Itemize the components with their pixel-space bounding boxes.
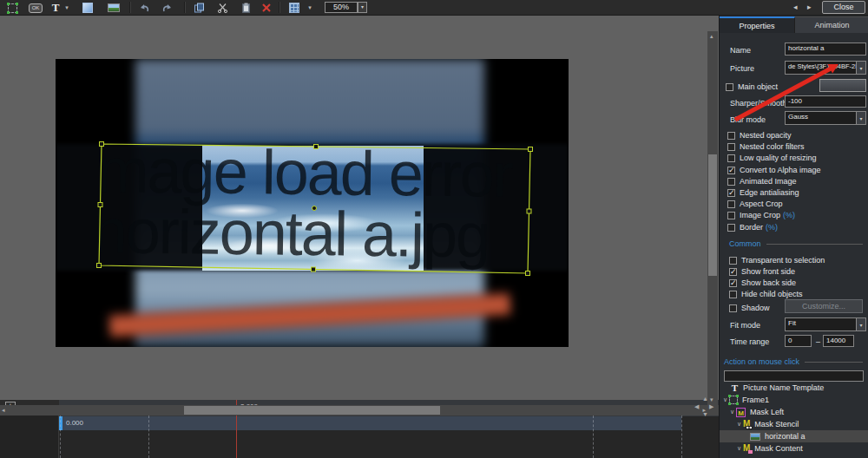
grid-button[interactable] xyxy=(287,2,301,14)
grid-dropdown[interactable]: ▾ xyxy=(306,2,314,14)
checkbox[interactable]: ✓ xyxy=(729,279,737,287)
properties-panel: Properties Animation Name horizontal a P… xyxy=(719,16,868,458)
sharper-input[interactable]: -100 xyxy=(785,95,866,108)
copy-button[interactable] xyxy=(191,2,207,14)
text-tool-dropdown[interactable]: ▾ xyxy=(62,2,71,14)
tree-item-horizontal-a[interactable]: horizontal a xyxy=(720,430,868,442)
redo-button[interactable] xyxy=(160,2,175,14)
checkbox[interactable] xyxy=(727,154,735,162)
main-object-aux-button[interactable] xyxy=(819,79,866,92)
blur-mode-label: Blur mode xyxy=(730,115,766,124)
frame-icon xyxy=(8,3,17,13)
tree-item-label: Mask Stencil xyxy=(754,420,799,429)
checkbox[interactable] xyxy=(729,257,737,265)
checkbox[interactable]: ✓ xyxy=(727,189,735,197)
checkbox-label: Transparent to selection xyxy=(741,256,825,265)
tree-item-label: horizontal a xyxy=(765,432,806,441)
selection-overlay[interactable] xyxy=(56,59,569,347)
paste-button[interactable] xyxy=(238,2,253,14)
tab-animation[interactable]: Animation xyxy=(795,16,868,33)
canvas-vertical-scrollbar[interactable]: ▴ ▾ xyxy=(707,31,718,405)
time-to-input[interactable]: 14000 xyxy=(823,335,854,347)
chevron-down-icon[interactable]: ∨ xyxy=(735,445,743,452)
tree-item-mask-stencil[interactable]: ∨ Mask Stencil xyxy=(720,418,868,430)
pan-up-icon[interactable]: ▲ xyxy=(702,396,708,402)
checkbox[interactable]: ✓ xyxy=(727,167,735,174)
undo-button[interactable] xyxy=(136,2,152,14)
common-row: Hide child objects xyxy=(729,289,803,299)
pan-right-icon[interactable]: ▶ xyxy=(709,403,713,409)
zoom-input[interactable]: 50% xyxy=(325,2,358,13)
tab-properties[interactable]: Properties xyxy=(720,16,795,33)
mask-content-icon xyxy=(743,444,750,453)
button-tool-button[interactable] xyxy=(27,2,44,14)
filter-row: Nested opacity xyxy=(727,130,792,141)
pan-down-icon[interactable]: ▼ xyxy=(702,411,708,417)
rectangle-tool-button[interactable] xyxy=(81,2,95,14)
timeline-track[interactable] xyxy=(59,416,681,430)
action-section-header: Action on mouse click xyxy=(724,357,863,366)
customize-button[interactable]: Customize... xyxy=(785,299,863,313)
time-range-label: Time range xyxy=(730,337,769,346)
tab-scroll-right-button[interactable]: ▸ xyxy=(807,3,812,11)
name-input[interactable]: horizontal a xyxy=(785,43,866,56)
shadow-checkbox[interactable] xyxy=(729,304,737,312)
canvas-area: image load error horizontal a.jpg ▴ ▾ ◂ xyxy=(0,16,719,400)
action-select[interactable] xyxy=(724,370,864,382)
chevron-down-icon[interactable]: ∨ xyxy=(735,421,743,428)
filter-row: Aspect Crop xyxy=(727,199,783,209)
pan-navigator[interactable]: ▲ ◀ ▶ ▼ xyxy=(694,396,717,418)
filter-row: Border(%) xyxy=(727,222,778,232)
blur-mode-dropdown-button[interactable]: ▾ xyxy=(856,112,865,124)
blur-mode-select[interactable]: Gauss xyxy=(785,111,866,125)
common-section-header: Common xyxy=(729,239,863,248)
redo-icon xyxy=(161,3,174,13)
delete-button[interactable] xyxy=(259,2,274,14)
fit-mode-select[interactable]: Fit xyxy=(785,317,866,331)
chevron-down-icon: ▾ xyxy=(308,4,312,11)
fit-mode-dropdown-button[interactable]: ▾ xyxy=(856,318,865,330)
app-window: T ▾ ▾ 50% ▾ ◂ ▸ Close xyxy=(0,0,868,458)
scroll-up-icon[interactable]: ▴ xyxy=(710,32,713,41)
tree-item-mask-left[interactable]: ∨ Mask Left xyxy=(720,406,868,418)
tree-item-label: Picture Name Template xyxy=(743,383,824,392)
checkbox-label: Image Crop xyxy=(740,211,780,219)
checkbox[interactable] xyxy=(727,132,735,140)
frame-tool-button[interactable] xyxy=(5,2,19,14)
checkbox[interactable] xyxy=(727,200,735,208)
checkbox-label: Edge antialiasing xyxy=(740,188,799,197)
add-image-button[interactable] xyxy=(106,2,122,14)
tab-scroll-left-button[interactable]: ◂ xyxy=(793,3,798,11)
scroll-left-icon[interactable]: ◂ xyxy=(2,406,5,415)
editor-stage[interactable]: image load error horizontal a.jpg xyxy=(56,59,569,347)
filter-row: Nested color filters xyxy=(727,141,805,152)
selection-handles[interactable] xyxy=(97,142,533,276)
tree-item-frame1[interactable]: ∨ Frame1 xyxy=(720,394,868,406)
tree-item-picture-name-template[interactable]: Picture Name Template xyxy=(720,382,868,394)
undo-icon xyxy=(138,3,150,13)
tree-item-label: Mask Content xyxy=(754,444,803,453)
checkbox[interactable] xyxy=(727,212,735,219)
zoom-dropdown-button[interactable]: ▾ xyxy=(358,2,367,13)
checkbox[interactable] xyxy=(727,143,735,151)
main-object-checkbox[interactable] xyxy=(726,83,733,91)
picture-dropdown-button[interactable]: ▾ xyxy=(856,62,865,74)
cut-button[interactable] xyxy=(214,2,230,14)
text-tool-button[interactable]: T xyxy=(49,2,62,14)
filter-row: ✓Convert to Alpha image xyxy=(727,165,821,175)
close-button[interactable]: Close xyxy=(822,1,865,14)
checkbox[interactable] xyxy=(727,178,735,186)
chevron-down-icon[interactable]: ∨ xyxy=(728,409,736,415)
horizontal-scroll-thumb[interactable] xyxy=(184,406,440,415)
checkbox[interactable]: ✓ xyxy=(729,268,737,276)
copy-icon xyxy=(194,3,205,13)
vertical-scroll-thumb[interactable] xyxy=(708,154,717,276)
checkbox[interactable] xyxy=(727,224,735,232)
canvas-horizontal-scrollbar[interactable]: ◂ ▸ xyxy=(0,405,707,415)
checkbox[interactable] xyxy=(729,291,737,298)
picture-input[interactable]: de Styles\{3F1204BF-2E xyxy=(785,61,866,75)
tree-item-mask-content[interactable]: ∨ Mask Content xyxy=(720,442,868,455)
pan-left-icon[interactable]: ◀ xyxy=(694,403,699,409)
filter-row: Animated Image xyxy=(727,176,797,186)
time-from-input[interactable]: 0 xyxy=(785,335,812,347)
